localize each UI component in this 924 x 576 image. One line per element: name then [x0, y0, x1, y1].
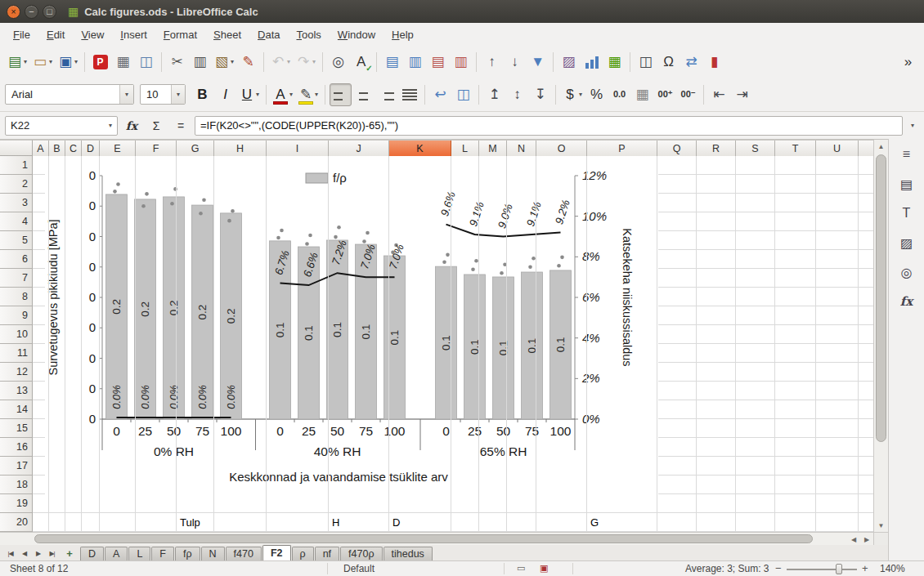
row-header-10[interactable]: 10 — [0, 325, 33, 344]
sheet-tab-F2[interactable]: F2 — [262, 545, 291, 560]
column-header-E[interactable]: E — [100, 141, 136, 156]
row-header-19[interactable]: 19 — [0, 494, 33, 513]
last-sheet-button[interactable]: ▶| — [45, 547, 59, 560]
column-header-F[interactable]: F — [136, 141, 177, 156]
row-header-4[interactable]: 4 — [0, 212, 33, 231]
navigator-deck-icon[interactable]: ◎ — [895, 261, 918, 283]
column-header-R[interactable]: R — [697, 141, 736, 156]
scroll-up-icon[interactable]: ▲ — [874, 140, 888, 153]
bold-button[interactable]: B — [191, 83, 213, 106]
titlebar[interactable]: ×−□ ▦ Calc figures.ods - LibreOffice Cal… — [0, 0, 924, 23]
row-header-16[interactable]: 16 — [0, 438, 33, 457]
column-header-L[interactable]: L — [451, 141, 479, 156]
insert-chart-button[interactable] — [581, 51, 603, 74]
sheet-tab-N[interactable]: N — [201, 547, 225, 560]
menu-insert[interactable]: Insert — [112, 25, 155, 44]
align-bottom-button[interactable]: ↧ — [529, 83, 551, 106]
open-file-button[interactable]: ▭▾ — [30, 51, 55, 74]
horizontal-scrollbar[interactable]: ◀ ▶ — [0, 532, 873, 545]
column-header-C[interactable]: C — [65, 141, 82, 156]
format-as-percent-button[interactable]: % — [585, 83, 608, 106]
menu-help[interactable]: Help — [384, 25, 422, 44]
column-header-V[interactable]: V — [859, 141, 873, 156]
sheet-tab-F[interactable]: F — [151, 547, 174, 560]
previous-sheet-button[interactable]: ◀ — [17, 547, 31, 560]
align-center-button[interactable] — [352, 83, 375, 106]
functions-deck-icon[interactable]: fx — [895, 291, 918, 312]
row-header-7[interactable]: 7 — [0, 269, 33, 288]
row-header-15[interactable]: 15 — [0, 419, 33, 438]
scroll-left-icon[interactable]: ◀ — [847, 533, 860, 546]
freeze-rows-and-columns-button[interactable]: ◫ — [635, 51, 657, 74]
font-color-button[interactable]: A▾ — [271, 83, 295, 106]
sheet-tab-tihedus[interactable]: tihedus — [384, 547, 433, 560]
scroll-right-icon[interactable]: ▶ — [860, 533, 873, 546]
decrease-indent-button[interactable]: ⇤ — [708, 83, 730, 106]
paste-dropdown[interactable]: ▾ — [231, 58, 234, 65]
insert-row-button[interactable]: ▤ — [381, 51, 403, 74]
insert-pivot-table-button[interactable]: ▦ — [603, 51, 626, 74]
sheet-tab-ρ[interactable]: ρ — [292, 547, 314, 560]
column-header-N[interactable]: N — [507, 141, 536, 156]
sheet-tab-D[interactable]: D — [80, 547, 104, 560]
sidebar-settings-icon[interactable]: ≡ — [895, 144, 918, 165]
row-header-3[interactable]: 3 — [0, 194, 33, 212]
format-as-currency-dropdown[interactable]: ▾ — [579, 91, 582, 98]
vertical-scrollbar[interactable]: ▲ ▼ — [873, 140, 888, 532]
row-header-18[interactable]: 18 — [0, 476, 33, 494]
underline-dropdown[interactable]: ▾ — [256, 91, 259, 98]
row-header-14[interactable]: 14 — [0, 400, 33, 419]
column-header-U[interactable]: U — [816, 141, 859, 156]
row-header-20[interactable]: 20 — [0, 513, 33, 532]
insert-mode-icon[interactable]: ▭ — [517, 563, 525, 574]
add-decimal-place-button[interactable]: 00⁺ — [654, 83, 676, 106]
redo-dropdown[interactable]: ▾ — [312, 58, 316, 65]
align-right-button[interactable] — [375, 83, 397, 106]
row-header-11[interactable]: 11 — [0, 344, 33, 363]
open-file-dropdown[interactable]: ▾ — [49, 58, 52, 65]
menu-window[interactable]: Window — [330, 25, 384, 44]
clone-formatting-button[interactable]: ✎ — [237, 51, 259, 74]
print-button[interactable]: ▦ — [112, 51, 134, 74]
row-header-2[interactable]: 2 — [0, 175, 33, 194]
row-header-17[interactable]: 17 — [0, 457, 33, 476]
first-sheet-button[interactable]: |◀ — [3, 547, 17, 560]
undo-dropdown[interactable]: ▾ — [287, 58, 290, 65]
sheet-tab-f470ρ[interactable]: f470ρ — [340, 547, 382, 560]
align-top-button[interactable]: ↥ — [483, 83, 505, 106]
vertical-scroll-thumb[interactable] — [876, 154, 886, 442]
column-header-B[interactable]: B — [49, 141, 65, 156]
cell-P20[interactable]: G — [588, 514, 599, 532]
zoom-slider-thumb[interactable] — [836, 564, 842, 574]
column-header-T[interactable]: T — [775, 141, 816, 156]
column-header-H[interactable]: H — [214, 141, 267, 156]
underline-button[interactable]: U▾ — [237, 83, 262, 106]
row-header-6[interactable]: 6 — [0, 250, 33, 269]
font-color-dropdown[interactable]: ▾ — [289, 91, 293, 98]
insert-comment-button[interactable]: ▮ — [703, 51, 725, 74]
column-header-G[interactable]: G — [177, 141, 214, 156]
embedded-chart[interactable]: 00000000012%10%8%6%4%2%0%0.20.20.20.20.2… — [45, 160, 658, 503]
name-box[interactable]: K22 ▾ — [5, 116, 118, 136]
format-as-date-button[interactable]: ▦ — [631, 83, 653, 106]
gallery-deck-icon[interactable]: ▨ — [895, 232, 918, 253]
select-function-button[interactable]: Σ — [146, 116, 167, 136]
insert-hyperlink-button[interactable]: ⇄ — [680, 51, 702, 74]
row-header-12[interactable]: 12 — [0, 363, 33, 382]
menu-format[interactable]: Format — [155, 25, 205, 44]
column-header-D[interactable]: D — [82, 141, 100, 156]
sort-descending-button[interactable]: ↓ — [504, 51, 526, 74]
cell-G20[interactable]: Tulp — [177, 514, 200, 532]
paste-button[interactable]: ▧▾ — [212, 51, 236, 74]
copy-button[interactable]: ▥ — [189, 51, 211, 74]
align-left-button[interactable] — [330, 83, 352, 106]
wrap-text-button[interactable]: ↩ — [429, 83, 451, 106]
justified-button[interactable] — [398, 83, 420, 106]
save-button[interactable]: ▣▾ — [56, 51, 80, 74]
zoom-in-button[interactable]: + — [862, 562, 868, 574]
font-name-combo[interactable]: Arial ▾ — [5, 84, 134, 105]
maximize-button[interactable]: □ — [43, 5, 56, 19]
delete-decimal-place-button[interactable]: 00⁻ — [677, 83, 699, 106]
menu-file[interactable]: File — [5, 25, 38, 44]
zoom-slider-track[interactable] — [787, 569, 857, 570]
